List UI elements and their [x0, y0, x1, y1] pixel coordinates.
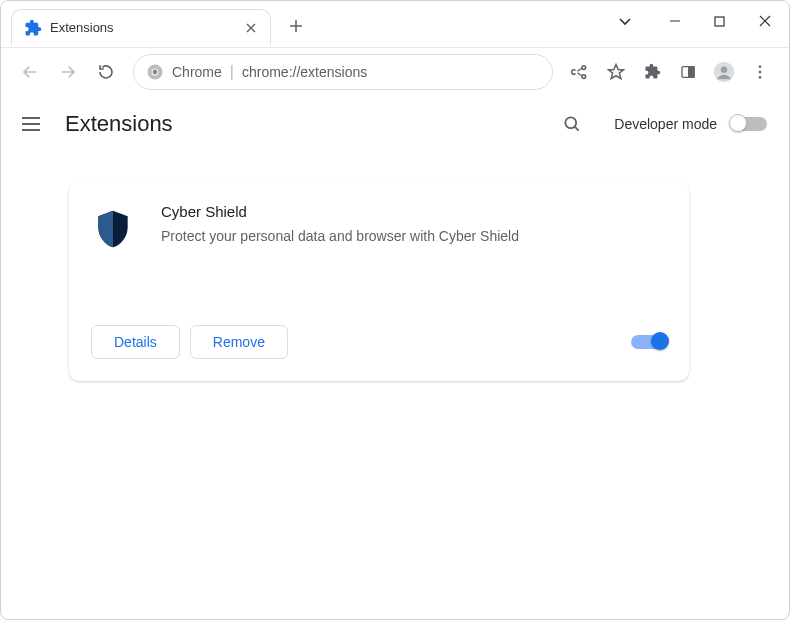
extensions-header: Extensions Developer mode — [1, 95, 789, 153]
omnibox-url: chrome://extensions — [242, 64, 367, 80]
extensions-button[interactable] — [635, 55, 669, 89]
menu-hamburger-button[interactable] — [19, 112, 43, 136]
shield-icon — [91, 207, 139, 255]
extensions-content: Cyber Shield Protect your personal data … — [1, 153, 789, 409]
profile-button[interactable] — [707, 55, 741, 89]
minimize-button[interactable] — [652, 3, 697, 39]
svg-rect-5 — [715, 17, 724, 26]
extension-description: Protect your personal data and browser w… — [161, 226, 667, 247]
browser-tab[interactable]: Extensions — [11, 9, 271, 45]
svg-point-12 — [153, 69, 158, 74]
window-controls — [610, 3, 787, 39]
menu-button[interactable] — [743, 55, 777, 89]
svg-marker-17 — [609, 64, 624, 78]
svg-line-16 — [577, 72, 582, 75]
tab-title: Extensions — [50, 20, 234, 35]
svg-point-25 — [759, 75, 762, 78]
svg-point-26 — [566, 117, 577, 128]
svg-point-24 — [759, 70, 762, 73]
omnibox-separator: | — [230, 63, 234, 81]
svg-point-23 — [759, 65, 762, 68]
developer-mode-toggle[interactable] — [731, 117, 767, 131]
chrome-logo-icon — [146, 63, 164, 81]
toolbar: Chrome | chrome://extensions — [1, 47, 789, 95]
forward-button[interactable] — [51, 55, 85, 89]
svg-line-27 — [575, 127, 579, 131]
extension-name: Cyber Shield — [161, 203, 667, 220]
back-button[interactable] — [13, 55, 47, 89]
remove-button[interactable]: Remove — [190, 325, 288, 359]
svg-point-13 — [582, 65, 586, 69]
svg-rect-20 — [689, 66, 694, 77]
svg-line-15 — [577, 68, 582, 71]
share-button[interactable] — [563, 55, 597, 89]
close-window-button[interactable] — [742, 3, 787, 39]
page-title: Extensions — [65, 111, 173, 137]
extension-enable-toggle[interactable] — [631, 335, 667, 349]
details-button[interactable]: Details — [91, 325, 180, 359]
sidepanel-button[interactable] — [671, 55, 705, 89]
new-tab-button[interactable] — [281, 11, 311, 41]
search-icon[interactable] — [560, 112, 584, 136]
extension-card: Cyber Shield Protect your personal data … — [69, 181, 689, 381]
svg-point-22 — [721, 66, 727, 72]
maximize-button[interactable] — [697, 3, 742, 39]
titlebar: Extensions — [1, 1, 789, 47]
bookmark-button[interactable] — [599, 55, 633, 89]
omnibox-source-label: Chrome — [172, 64, 222, 80]
address-bar[interactable]: Chrome | chrome://extensions — [133, 54, 553, 90]
reload-button[interactable] — [89, 55, 123, 89]
developer-mode-label: Developer mode — [614, 116, 717, 132]
svg-point-14 — [582, 74, 586, 78]
close-tab-button[interactable] — [242, 19, 260, 37]
tab-search-button[interactable] — [610, 3, 640, 39]
puzzle-icon — [24, 19, 42, 37]
